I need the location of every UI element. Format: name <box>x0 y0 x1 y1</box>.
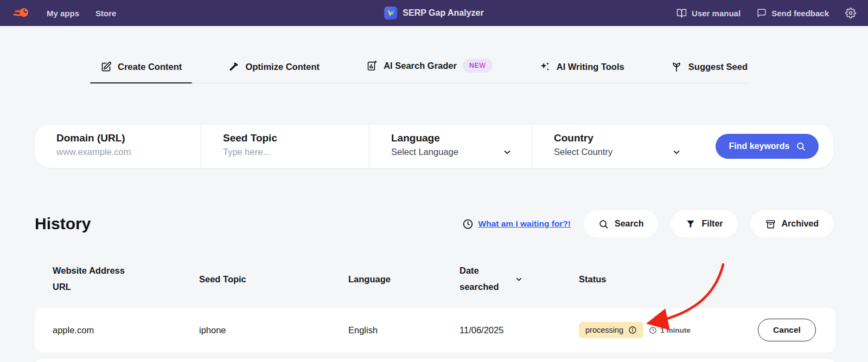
filter-button[interactable]: Filter <box>671 210 737 237</box>
chevron-down-icon <box>672 147 681 157</box>
eta-indicator: 1 minute <box>649 326 691 334</box>
domain-input[interactable] <box>56 147 188 157</box>
nav-my-apps[interactable]: My apps <box>47 9 79 18</box>
semrush-logo-icon[interactable] <box>12 5 30 21</box>
table-header-row: Website Address URL Seed Topic Language … <box>35 259 835 299</box>
cancel-button[interactable]: Cancel <box>758 319 816 341</box>
row-date: 11/06/2025 <box>459 325 579 335</box>
grader-chart-icon <box>366 60 378 72</box>
waiting-link-text: What am I waiting for?! <box>478 219 571 229</box>
app-icon <box>384 7 397 20</box>
country-field-group: Country Select Country <box>532 125 701 168</box>
seed-topic-input[interactable] <box>223 147 356 157</box>
book-open-icon <box>676 8 687 18</box>
table-row: apple.com iphone English 11/06/2025 proc… <box>35 308 835 352</box>
tab-ai-writing-tools[interactable]: AI Writing Tools <box>538 61 626 83</box>
country-select-value: Select Country <box>554 147 612 157</box>
search-icon <box>598 219 609 229</box>
history-title: History <box>35 215 91 233</box>
settings-button[interactable] <box>845 8 856 18</box>
col-status: Status <box>579 274 758 285</box>
row-language: English <box>348 325 459 335</box>
content-tabs: Create Content Optimize Content AI Searc… <box>99 54 749 83</box>
edit-pencil-icon <box>100 61 112 73</box>
clock-icon <box>462 218 474 230</box>
archive-box-icon <box>765 219 776 229</box>
language-select-value: Select Language <box>391 147 458 157</box>
seed-topic-field-group: Seed Topic <box>201 125 369 168</box>
country-select[interactable]: Select Country <box>554 147 688 157</box>
hammer-icon <box>228 61 239 73</box>
history-header: History What am I waiting for?! Search F… <box>35 210 833 237</box>
country-label: Country <box>554 132 688 144</box>
chevron-down-icon <box>515 275 523 283</box>
topbar: My apps Store SERP Gap Analyzer User man… <box>0 0 868 26</box>
clock-icon <box>649 326 657 334</box>
new-badge: NEW <box>463 59 493 73</box>
gear-icon <box>845 8 856 18</box>
tab-ai-search-grader[interactable]: AI Search Grader NEW <box>365 59 493 83</box>
domain-label: Domain (URL) <box>56 132 188 144</box>
send-feedback-button[interactable]: Send feedback <box>757 8 829 18</box>
search-icon <box>796 141 806 151</box>
language-label: Language <box>391 132 519 144</box>
domain-field-group: Domain (URL) <box>35 125 201 168</box>
chevron-down-icon <box>502 147 512 157</box>
archived-button[interactable]: Archived <box>751 210 833 237</box>
col-date-searched[interactable]: Date searched <box>459 263 579 295</box>
row-seed-topic: iphone <box>199 325 348 335</box>
find-keywords-button[interactable]: Find keywords <box>716 134 818 159</box>
seed-topic-label: Seed Topic <box>223 132 356 144</box>
seedling-icon <box>671 61 682 73</box>
col-language: Language <box>348 274 459 285</box>
keyword-search-form: Domain (URL) Seed Topic Language Select … <box>35 125 833 168</box>
tab-create-content[interactable]: Create Content <box>99 61 183 83</box>
chat-bubble-icon <box>757 8 767 18</box>
search-button[interactable]: Search <box>584 210 658 237</box>
waiting-info-link[interactable]: What am I waiting for?! <box>462 218 571 230</box>
language-field-group: Language Select Language <box>369 125 532 168</box>
filter-funnel-icon <box>686 219 695 229</box>
status-badge[interactable]: processing <box>579 322 643 338</box>
tab-optimize-content[interactable]: Optimize Content <box>227 61 321 83</box>
tab-suggest-seed[interactable]: Suggest Seed <box>669 61 749 83</box>
info-icon <box>628 326 637 334</box>
history-table: Website Address URL Seed Topic Language … <box>35 259 835 352</box>
col-website-address: Website Address URL <box>53 263 135 295</box>
nav-store[interactable]: Store <box>95 9 116 18</box>
row-status: processing 1 minute <box>579 322 758 338</box>
col-seed-topic: Seed Topic <box>199 274 348 285</box>
app-title: SERP Gap Analyzer <box>403 8 483 18</box>
sparkles-icon <box>539 61 551 73</box>
row-url: apple.com <box>53 325 199 335</box>
app-title-group: SERP Gap Analyzer <box>384 7 483 20</box>
next-row-partial <box>35 359 835 362</box>
user-manual-button[interactable]: User manual <box>676 8 741 18</box>
language-select[interactable]: Select Language <box>391 147 519 157</box>
